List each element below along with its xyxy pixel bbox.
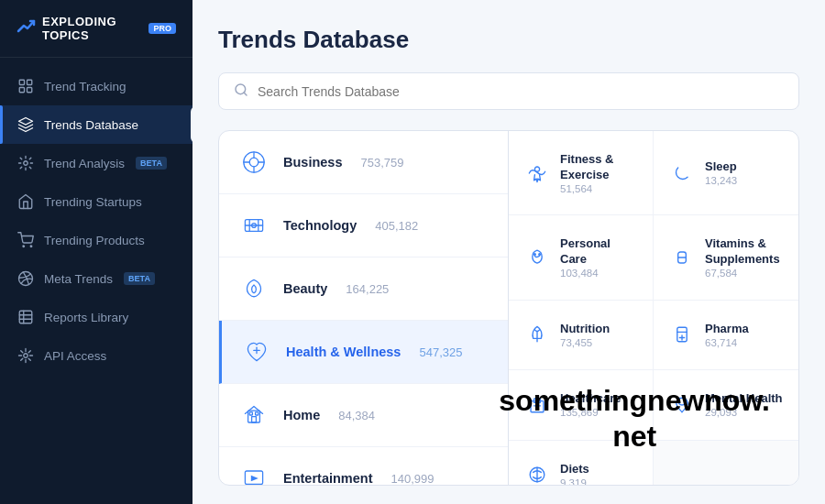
category-beauty[interactable]: Beauty 164,225 xyxy=(219,257,508,321)
subcat-nutrition[interactable]: Nutrition 73,455 xyxy=(509,301,654,370)
diets-count: 9,319 xyxy=(560,477,589,486)
sidebar-item-trends-database[interactable]: Trends Database xyxy=(0,105,192,144)
diets-info: Diets 9,319 xyxy=(560,462,589,486)
category-business[interactable]: Business 753,759 xyxy=(219,131,508,194)
fitness-exercise-icon xyxy=(523,159,551,187)
technology-name: Technology xyxy=(283,218,357,233)
sidebar-item-trend-tracking[interactable]: Trend Tracking xyxy=(0,67,192,105)
subcat-empty xyxy=(654,441,798,487)
sleep-icon xyxy=(668,159,696,187)
personal-care-count: 103,484 xyxy=(560,268,638,279)
sidebar-item-api-access[interactable]: API Access xyxy=(0,336,192,375)
mental-health-info: Mental Health 29,093 xyxy=(705,391,783,418)
search-icon xyxy=(234,82,248,100)
subcat-diets[interactable]: Diets 9,319 xyxy=(509,441,654,487)
technology-count: 405,182 xyxy=(375,219,418,233)
trend-analysis-beta-badge: BETA xyxy=(136,157,167,170)
subcat-fitness-exercise[interactable]: Fitness & Exercise 51,564 xyxy=(509,131,654,215)
categories-left-col: Business 753,759 Technology 405,182 xyxy=(219,131,509,486)
trending-startups-icon xyxy=(16,192,35,211)
sidebar-item-trending-startups-label: Trending Startups xyxy=(44,195,142,209)
pharma-info: Pharma 63,714 xyxy=(705,322,749,348)
subcat-pharma[interactable]: Pharma 63,714 xyxy=(654,301,798,370)
categories-right-col: Fitness & Exercise 51,564 Sleep 13,243 xyxy=(509,131,798,486)
health-wellness-count: 547,325 xyxy=(419,345,462,359)
category-health-wellness[interactable]: Health & Wellness 547,325 xyxy=(219,321,508,384)
sleep-count: 13,243 xyxy=(705,175,737,186)
svg-marker-34 xyxy=(251,476,258,481)
svg-point-6 xyxy=(30,246,32,247)
subcat-healthcare[interactable]: Healthcare 135,869 xyxy=(509,370,654,440)
fitness-exercise-count: 51,564 xyxy=(560,183,638,194)
sidebar-item-meta-trends[interactable]: Meta Trends BETA xyxy=(0,259,192,298)
svg-point-37 xyxy=(539,254,541,256)
fitness-exercise-info: Fitness & Exercise 51,564 xyxy=(560,152,638,194)
sidebar: EXPLODING TOPICS Pro Trend Tracking Tren… xyxy=(0,0,192,504)
svg-rect-29 xyxy=(249,412,252,415)
trend-tracking-icon xyxy=(16,77,35,95)
nutrition-icon xyxy=(523,321,551,348)
healthcare-count: 135,869 xyxy=(560,407,621,418)
subcat-personal-care[interactable]: Personal Care 103,484 xyxy=(509,215,654,300)
healthcare-icon xyxy=(523,391,551,419)
page-title: Trends Database xyxy=(218,26,799,54)
meta-trends-beta-badge: BETA xyxy=(124,272,155,285)
svg-point-35 xyxy=(534,167,539,171)
reports-library-icon xyxy=(16,308,35,326)
category-home[interactable]: Home 84,384 xyxy=(219,384,508,447)
svg-rect-1 xyxy=(28,80,32,84)
trends-database-icon xyxy=(16,115,35,134)
beauty-name: Beauty xyxy=(283,281,327,296)
beauty-count: 164,225 xyxy=(346,282,389,296)
vitamins-supplements-icon xyxy=(668,244,696,271)
diets-name: Diets xyxy=(560,462,589,477)
pharma-icon xyxy=(668,321,696,348)
sidebar-item-trending-startups[interactable]: Trending Startups xyxy=(0,182,192,221)
sidebar-item-trending-products[interactable]: Trending Products xyxy=(0,221,192,259)
subcat-mental-health[interactable]: Mental Health 29,093 xyxy=(654,370,798,440)
subcat-vitamins-supplements[interactable]: Vitamins & Supplements 67,584 xyxy=(654,215,798,300)
home-count: 84,384 xyxy=(338,409,375,422)
pharma-name: Pharma xyxy=(705,322,749,337)
svg-point-4 xyxy=(24,161,28,166)
categories-grid: Business 753,759 Technology 405,182 xyxy=(218,130,799,486)
main-content: Trends Database xyxy=(192,0,825,504)
business-icon xyxy=(237,146,270,179)
entertainment-icon xyxy=(237,462,270,486)
category-technology[interactable]: Technology 405,182 xyxy=(219,194,508,257)
mental-health-icon xyxy=(668,391,696,419)
category-entertainment[interactable]: Entertainment 140,999 xyxy=(219,447,508,486)
sidebar-item-reports-library[interactable]: Reports Library xyxy=(0,298,192,336)
trending-products-icon xyxy=(16,231,35,249)
vitamins-supplements-info: Vitamins & Supplements 67,584 xyxy=(705,236,784,279)
home-icon xyxy=(237,399,270,432)
beauty-icon xyxy=(237,272,270,305)
vitamins-supplements-count: 67,584 xyxy=(705,268,784,279)
diets-icon xyxy=(523,461,551,486)
business-count: 753,759 xyxy=(360,156,403,170)
trend-analysis-icon xyxy=(16,154,35,172)
svg-rect-30 xyxy=(256,412,258,415)
business-name: Business xyxy=(283,155,342,170)
svg-point-36 xyxy=(534,254,536,256)
sidebar-item-api-access-label: API Access xyxy=(44,349,106,363)
nutrition-count: 73,455 xyxy=(560,337,610,348)
nutrition-name: Nutrition xyxy=(560,322,610,337)
search-input[interactable] xyxy=(258,84,784,99)
svg-point-5 xyxy=(23,246,25,247)
logo-icon xyxy=(16,16,37,41)
nutrition-info: Nutrition 73,455 xyxy=(560,322,610,348)
subcat-sleep[interactable]: Sleep 13,243 xyxy=(654,131,798,215)
personal-care-name: Personal Care xyxy=(560,236,638,268)
health-wellness-name: Health & Wellness xyxy=(286,345,401,359)
home-name: Home xyxy=(283,408,320,422)
sidebar-item-reports-library-label: Reports Library xyxy=(44,311,128,324)
technology-icon xyxy=(237,209,270,242)
sidebar-item-trend-analysis[interactable]: Trend Analysis BETA xyxy=(0,144,192,182)
svg-rect-3 xyxy=(28,88,32,93)
sleep-name: Sleep xyxy=(705,159,737,175)
sidebar-item-trending-products-label: Trending Products xyxy=(44,234,145,247)
svg-rect-8 xyxy=(19,311,32,323)
svg-rect-2 xyxy=(19,88,24,93)
sidebar-item-trend-tracking-label: Trend Tracking xyxy=(44,80,126,93)
